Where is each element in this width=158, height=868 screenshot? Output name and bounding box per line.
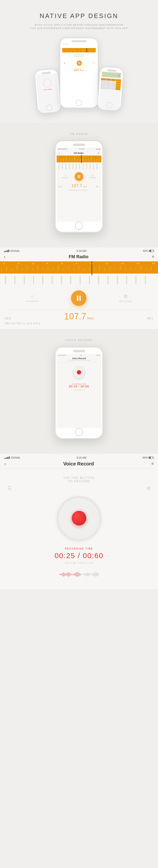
fw-settings-label: SETTINGS bbox=[119, 300, 132, 303]
waveform-bar bbox=[74, 574, 74, 576]
fm-play-button[interactable] bbox=[75, 172, 83, 181]
waveform-bar bbox=[82, 574, 82, 575]
vr-fw-battery-icon bbox=[149, 457, 154, 459]
hero-title: NATIVE APP DESIGN bbox=[5, 12, 153, 20]
waveform-bar bbox=[84, 574, 84, 575]
fm-status-bar: ●●●● SIGNAL 8:16 AM 50% ▮ bbox=[56, 148, 102, 151]
fm-freq-unit: MHz bbox=[83, 186, 87, 187]
waveform-bar bbox=[59, 574, 60, 575]
vr-mini-tap: TAP THE BUTTON TO RECORD bbox=[56, 360, 102, 361]
waveform-bar bbox=[62, 573, 63, 576]
fm-favorite-label: FAVORITE bbox=[62, 177, 68, 179]
waveform-bar bbox=[95, 572, 96, 577]
vr-fw-list-icon[interactable]: ☰ bbox=[7, 486, 12, 491]
waveform-bar bbox=[60, 574, 61, 575]
fm-settings-icon[interactable]: ⚙ bbox=[90, 174, 96, 177]
phone-fm-hero: ●●●● 8:16 50% FM Radio 9095100105 bbox=[60, 37, 98, 108]
vr-fw-tap-label: TAP THE BUTTON bbox=[0, 476, 158, 479]
vr-phone-mockup: ●●●● SIGNAL 8:16 50% ▮ Voice Record TAP … bbox=[55, 346, 103, 439]
fm-phone-mockup: ●●●● SIGNAL 8:16 AM 50% ▮ ‹ FM Radio ≡ bbox=[55, 140, 103, 233]
voice-record-fullwidth: SIGNAL 8:16 AM 50% ‹ Voice Record ≡ TAP … bbox=[0, 454, 158, 589]
waveform-bar bbox=[94, 572, 95, 577]
waveform-bar bbox=[86, 573, 86, 576]
fm-favorite-icon[interactable]: ☆ bbox=[62, 174, 68, 177]
waveform-bar bbox=[89, 574, 90, 576]
fw-right-freq: 89.1 bbox=[147, 316, 153, 320]
fw-play-button[interactable] bbox=[71, 290, 86, 306]
waveform-bar bbox=[76, 572, 76, 577]
fm-tuner-bar[interactable] bbox=[56, 156, 102, 162]
fw-status-bar: SIGNAL 8:16 AM 50% bbox=[0, 247, 158, 253]
fm-speaker bbox=[56, 162, 102, 171]
waveform-bar bbox=[72, 574, 72, 575]
fm-settings-label: SETTINGS bbox=[90, 177, 96, 179]
fw-settings-icon[interactable]: ⚙ bbox=[119, 293, 132, 300]
fm-main-freq: 107.7 bbox=[71, 183, 82, 188]
phones-row: 05:25 / ALARM ●●●● 8:16 50% FM Radio 909… bbox=[5, 37, 153, 113]
fm-controls: ☆ FAVORITE ⚙ SETTINGS bbox=[56, 171, 102, 182]
fm-menu-btn[interactable]: ≡ bbox=[98, 151, 100, 155]
waveform-bar bbox=[79, 573, 79, 576]
waveform-bar bbox=[68, 572, 69, 577]
fw-favorite-icon[interactable]: ☆ bbox=[26, 293, 39, 300]
fm-right-freq: 89.1 bbox=[96, 186, 100, 187]
fm-section-label: FM RADIO bbox=[0, 123, 158, 140]
voice-record-section: VOICE RECORD ●●●● SIGNAL 8:16 50% ▮ Voic… bbox=[0, 329, 158, 454]
waveform-bar bbox=[75, 573, 75, 576]
vr-fw-time-display: 00:25 / 00:60 bbox=[0, 552, 158, 560]
fw-tuner-bar[interactable]: 8890929496 98100102104106108 bbox=[0, 261, 158, 274]
fw-header: ‹ FM Radio ≡ bbox=[0, 253, 158, 261]
waveform-bar bbox=[70, 573, 71, 576]
fm-left-freq: 03.5 bbox=[58, 186, 62, 187]
waveform-bar bbox=[92, 574, 93, 576]
fw-speaker bbox=[0, 274, 158, 286]
waveform-bar bbox=[67, 573, 68, 576]
fw-battery-pct: 50% bbox=[143, 249, 148, 252]
fw-battery-icon bbox=[149, 250, 154, 252]
waveform-bar bbox=[90, 574, 91, 575]
phone-clock: 05:25 / ALARM bbox=[34, 68, 62, 114]
vr-fw-header: ‹ Voice Record ≡ bbox=[0, 460, 158, 469]
vr-fw-record-area bbox=[0, 491, 158, 545]
waveform-bar bbox=[73, 574, 73, 575]
vr-fw-time: 8:16 AM bbox=[77, 456, 86, 459]
waveform-bar bbox=[77, 572, 77, 577]
vr-fw-battery-pct: 50% bbox=[143, 456, 148, 459]
waveform-bar bbox=[87, 572, 88, 577]
fw-signal-label: SIGNAL bbox=[10, 249, 20, 252]
vr-fw-record-dot bbox=[72, 511, 86, 525]
vr-fw-record-button[interactable] bbox=[57, 496, 101, 540]
waveform-bar bbox=[93, 573, 94, 576]
vr-section-label: VOICE RECORD bbox=[0, 329, 158, 346]
vr-mini-record-button[interactable] bbox=[73, 366, 85, 378]
vr-mini-date: 제작소을 / 2014.11.19 bbox=[56, 389, 102, 392]
fm-station-name: SBS 파워 FM 수시 방면 전주소 bbox=[56, 189, 102, 192]
fw-app-title: FM Radio bbox=[5, 254, 152, 259]
fw-station-name: SBS 파워 FM 수시 방면 전주소 bbox=[0, 322, 158, 329]
waveform-bar bbox=[80, 573, 80, 576]
vr-fw-settings2-icon[interactable]: ⚙ bbox=[146, 486, 151, 491]
waveform-bar bbox=[97, 573, 98, 576]
fm-frequency-section: 03.5 107.7 MHz 89.1 bbox=[56, 182, 102, 189]
vr-fw-menu-button[interactable]: ≡ bbox=[151, 462, 154, 466]
waveform-bar bbox=[86, 573, 87, 576]
waveform-bar bbox=[69, 572, 70, 577]
fw-menu-button[interactable]: ≡ bbox=[152, 254, 154, 259]
fw-left-freq: 03.5 bbox=[5, 316, 11, 320]
vr-fw-recording-label: RECORDING TIME bbox=[0, 547, 158, 550]
vr-mini-time-display: 00:25 / 00:60 bbox=[56, 385, 102, 388]
waveform-bar bbox=[65, 573, 66, 576]
waveform-bar bbox=[81, 574, 81, 576]
waveform-bar bbox=[64, 573, 65, 576]
vr-fw-signal-label: SIGNAL bbox=[11, 456, 21, 459]
vr-fw-tap-section: TAP THE BUTTON TO RECORD bbox=[0, 469, 158, 486]
vr-fw-title: Voice Record bbox=[6, 461, 151, 467]
fw-controls: ☆ FAVORITE ⚙ SETTINGS bbox=[0, 286, 158, 310]
waveform-bar bbox=[96, 572, 97, 577]
fw-favorite-label: FAVORITE bbox=[26, 300, 39, 303]
waveform-bar bbox=[61, 574, 62, 576]
vr-fw-status-bar: SIGNAL 8:16 AM 50% bbox=[0, 454, 158, 460]
vr-fw-time-sub: 제작소을 / 2014.11.19 bbox=[0, 561, 158, 565]
waveform-bar bbox=[78, 572, 78, 577]
fw-time: 8:16 AM bbox=[77, 249, 86, 252]
